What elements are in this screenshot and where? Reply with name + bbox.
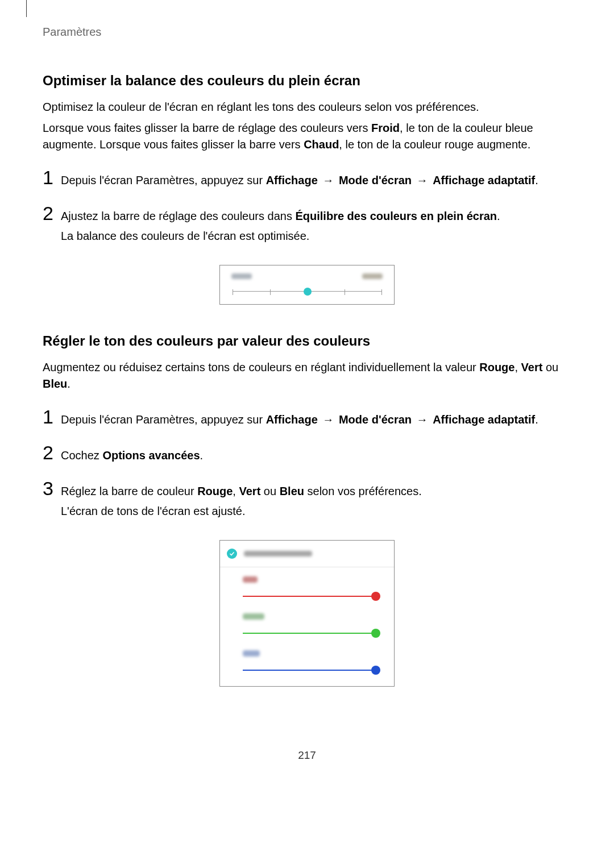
rgb-label-red-blurred — [243, 576, 258, 583]
rgb-label-green-blurred — [243, 613, 264, 620]
text-fragment: Cochez — [61, 449, 102, 462]
heading-adjust-tone-by-value: Régler le ton des couleurs par valeur de… — [43, 333, 571, 349]
arrow-icon: → — [412, 174, 433, 186]
page-number: 217 — [0, 749, 614, 762]
step-body: Réglez la barre de couleur Rouge, Vert o… — [61, 482, 571, 523]
step-body: Ajustez la barre de réglage des couleurs… — [61, 207, 571, 248]
step-body: Cochez Options avancées. — [61, 446, 571, 464]
text-fragment: . — [535, 413, 538, 426]
bold-bleu: Bleu — [280, 485, 304, 497]
bold-equilibre: Équilibre des couleurs en plein écran — [295, 210, 497, 222]
figure-color-balance-slider — [219, 265, 395, 305]
text-fragment: selon vos préférences. — [304, 485, 422, 497]
slider-thumb[interactable] — [304, 288, 312, 296]
bold-affichage: Affichage — [266, 413, 318, 426]
intro-text-2: Lorsque vous faites glisser la barre de … — [43, 120, 571, 153]
slider-label-cold — [231, 273, 252, 279]
slider-track — [243, 633, 375, 634]
rgb-slider-red[interactable] — [243, 593, 380, 600]
slider-thumb[interactable] — [371, 592, 380, 601]
text-fragment: ou — [260, 485, 279, 497]
step-1: 1 Depuis l'écran Paramètres, appuyez sur… — [43, 171, 571, 189]
slider-track — [243, 670, 375, 671]
advanced-options-checkbox-row[interactable] — [220, 541, 394, 567]
bold-mode-ecran: Mode d'écran — [339, 413, 412, 426]
slider-tick — [233, 289, 233, 295]
slider-track — [243, 596, 375, 597]
step-number: 2 — [43, 443, 61, 462]
figure-rgb-sliders — [219, 540, 395, 687]
slider-thumb[interactable] — [371, 629, 380, 638]
text-fragment: Ajustez la barre de réglage des couleurs… — [61, 210, 295, 222]
slider-label-warm — [362, 273, 383, 279]
step-number: 1 — [43, 407, 61, 426]
slider-tick — [270, 289, 271, 295]
step-2: 2 Ajustez la barre de réglage des couleu… — [43, 207, 571, 248]
slider-tick — [345, 289, 345, 295]
step-number: 2 — [43, 203, 61, 223]
step-body: Depuis l'écran Paramètres, appuyez sur A… — [61, 410, 571, 428]
advanced-options-label-blurred — [244, 551, 312, 556]
bold-adaptatif: Affichage adaptatif — [433, 174, 535, 186]
result-text: La balance des couleurs de l'écran est o… — [61, 228, 571, 244]
text-fragment: . — [67, 377, 70, 390]
step-body: Depuis l'écran Paramètres, appuyez sur A… — [61, 171, 571, 189]
rgb-slider-row-red — [220, 567, 394, 604]
slider-thumb[interactable] — [371, 666, 380, 675]
breadcrumb: Paramètres — [43, 26, 571, 39]
page-top-marker — [26, 0, 27, 17]
step-2: 2 Cochez Options avancées. — [43, 446, 571, 464]
step-number: 1 — [43, 168, 61, 187]
rgb-slider-green[interactable] — [243, 630, 380, 637]
text-fragment: , le ton de la couleur rouge augmente. — [339, 138, 530, 151]
bold-rouge: Rouge — [479, 361, 515, 373]
bold-options-avancees: Options avancées — [102, 449, 200, 462]
bold-warm: Chaud — [304, 138, 339, 151]
text-fragment: . — [200, 449, 204, 462]
rgb-slider-row-green — [220, 604, 394, 641]
heading-optimize-color-balance: Optimiser la balance des couleurs du ple… — [43, 73, 571, 89]
step-1: 1 Depuis l'écran Paramètres, appuyez sur… — [43, 410, 571, 428]
arrow-icon: → — [318, 174, 339, 186]
text-fragment: , — [515, 361, 521, 373]
checkmark-icon — [227, 549, 237, 559]
text-fragment: Depuis l'écran Paramètres, appuyez sur — [61, 174, 266, 186]
text-fragment: . — [535, 174, 538, 186]
step-number: 3 — [43, 479, 61, 498]
bold-vert: Vert — [521, 361, 543, 373]
bold-vert: Vert — [239, 485, 260, 497]
bold-rouge: Rouge — [197, 485, 233, 497]
bold-mode-ecran: Mode d'écran — [339, 174, 412, 186]
slider-tick — [381, 289, 382, 295]
text-fragment: Réglez la barre de couleur — [61, 485, 197, 497]
arrow-icon: → — [318, 413, 339, 426]
rgb-slider-blue[interactable] — [243, 667, 380, 674]
text-fragment: Lorsque vous faites glisser la barre de … — [43, 122, 371, 134]
text-fragment: . — [497, 210, 500, 222]
text-fragment: , — [233, 485, 239, 497]
step-3: 3 Réglez la barre de couleur Rouge, Vert… — [43, 482, 571, 523]
arrow-icon: → — [412, 413, 433, 426]
text-fragment: Augmentez ou réduisez certains tons de c… — [43, 361, 479, 373]
rgb-slider-row-blue — [220, 641, 394, 678]
bold-bleu: Bleu — [43, 377, 67, 390]
intro-text: Optimisez la couleur de l'écran en régla… — [43, 99, 571, 115]
text-fragment: Depuis l'écran Paramètres, appuyez sur — [61, 413, 266, 426]
bold-affichage: Affichage — [266, 174, 318, 186]
intro-text: Augmentez ou réduisez certains tons de c… — [43, 359, 571, 392]
text-fragment: ou — [542, 361, 558, 373]
bold-cold: Froid — [371, 122, 400, 134]
result-text: L'écran de tons de l'écran est ajusté. — [61, 503, 571, 520]
rgb-label-blue-blurred — [243, 650, 260, 657]
bold-adaptatif: Affichage adaptatif — [433, 413, 535, 426]
